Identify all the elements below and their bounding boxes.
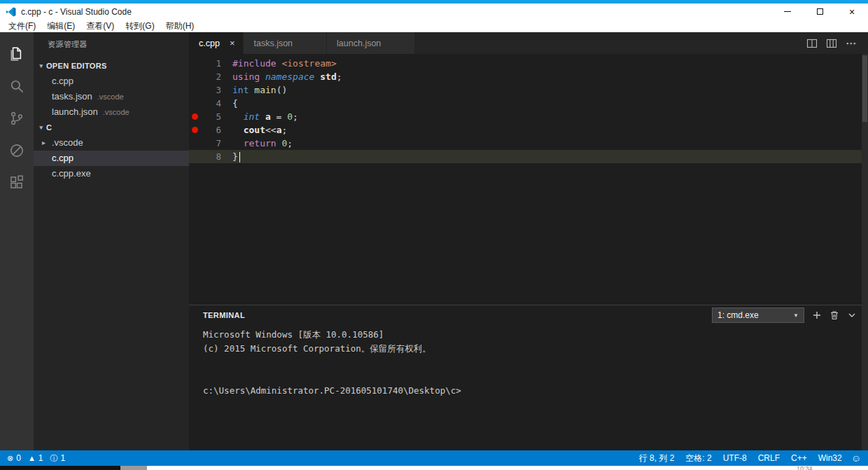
open-editors-list: c.cpptasks.json.vscodelaunch.json.vscode [34,74,189,120]
selected-shell: 1: cmd.exe [718,310,759,320]
terminal-output[interactable]: Microsoft Windows [版本 10.0.10586](c) 201… [189,324,868,398]
feedback-smiley-icon[interactable]: ☺ [848,452,861,464]
breakpoint-gutter[interactable] [189,110,200,123]
problems-indicators: ⊗0▲1ⓘ1 [0,453,65,464]
tab-tasks-json[interactable]: tasks.json [244,32,327,54]
errors-indicator[interactable]: ⊗0 [7,453,21,463]
status-right-items: 行 8, 列 2空格: 2UTF-8CRLFC++Win32☺ [634,452,868,464]
open-editor-item[interactable]: launch.json.vscode [34,104,189,120]
breakpoint-gutter[interactable] [189,150,200,163]
folder-suffix: .vscode [97,92,124,101]
split-editor-icon[interactable] [806,38,818,49]
new-terminal-icon[interactable] [812,310,822,320]
text-cursor [239,152,241,163]
breakpoint-gutter[interactable] [189,137,200,150]
code-line: 5 int a = 0; [189,110,868,123]
more-actions-icon[interactable]: ⋯ [846,37,857,50]
breakpoint-gutter[interactable] [189,57,200,70]
debug-icon[interactable] [0,134,34,167]
hide-panel-icon[interactable] [847,310,857,320]
code-line: 8} [189,150,868,163]
code-line: 6 cout<<a; [189,123,868,137]
terminal-line: (c) 2015 Microsoft Corporation。保留所有权利。 [203,342,868,356]
terminal-tab[interactable]: TERMINAL [203,311,245,319]
code-token: return [244,138,276,148]
close-tab-icon[interactable]: × [230,38,235,48]
language-mode[interactable]: C++ [785,453,813,463]
code-editor[interactable]: 1#include <iostream>2using namespace std… [189,54,868,305]
code-token: { [232,98,238,109]
status-bar: ⊗0▲1ⓘ1 行 8, 列 2空格: 2UTF-8CRLFC++Win32☺ [0,450,868,466]
code-token [232,138,244,148]
taskbar-clock: 10:34 [797,466,813,470]
activity-bar [0,32,34,450]
code-text: int a = 0; [221,110,298,123]
infos-indicator[interactable]: ⓘ1 [50,453,65,464]
code-text: #include <iostream> [221,57,337,70]
tab-launch-json[interactable]: launch.json [327,32,415,54]
folder-tree: ▸.vscodec.cppc.cpp.exe [34,135,189,181]
code-token: std [320,71,336,82]
menu-view[interactable]: 查看(V) [80,20,120,32]
line-number: 6 [200,123,221,137]
code-line: 4{ [189,97,868,110]
close-button[interactable]: × [836,4,868,20]
tree-item-file[interactable]: c.cpp.exe [34,166,189,181]
breakpoint-icon[interactable] [192,127,198,133]
terminal-line: c:\Users\Administrator.PC-201605101740\D… [203,384,868,398]
breakpoint-gutter[interactable] [189,123,200,137]
breakpoint-icon[interactable] [192,113,198,120]
scrollbar-thumb[interactable] [862,55,867,122]
menu-goto[interactable]: 转到(G) [120,20,160,32]
tab-label: launch.json [337,39,381,48]
menu-bar: 文件(F)编辑(E)查看(V)转到(G)帮助(H) [0,20,868,32]
code-token: = [271,111,287,122]
breakpoint-gutter[interactable] [189,70,200,83]
panel-actions: 1: cmd.exe ▼ [712,307,857,323]
toggle-layout-icon[interactable] [826,38,837,49]
taskbar-button-fragment [120,466,147,470]
minimize-icon [784,11,791,12]
maximize-button[interactable] [804,4,836,20]
menu-file[interactable]: 文件(F) [3,20,41,32]
tree-item-file[interactable]: c.cpp [34,151,189,166]
tab-c-cpp[interactable]: c.cpp× [189,32,244,54]
eol[interactable]: CRLF [752,453,785,463]
open-editors-section-header[interactable]: ▾ OPEN EDITORS [34,58,189,74]
open-editor-item[interactable]: tasks.json.vscode [34,89,189,104]
tree-item-folder[interactable]: ▸.vscode [34,135,189,151]
code-token: a [265,111,271,122]
window-controls: × [771,4,868,20]
kill-terminal-icon[interactable] [830,310,839,320]
close-icon: × [849,7,855,17]
terminal-line [203,370,868,384]
errors-count: 0 [16,453,21,463]
errors-icon: ⊗ [7,454,13,463]
menu-help[interactable]: 帮助(H) [160,20,200,32]
open-editor-item[interactable]: c.cpp [34,74,189,89]
editor-scrollbar[interactable] [862,54,868,450]
encoding[interactable]: UTF-8 [718,453,752,463]
search-icon[interactable] [0,70,34,102]
code-line: 2using namespace std; [189,70,868,83]
indentation[interactable]: 空格: 2 [680,452,717,464]
code-token: cout [244,125,265,135]
code-text: using namespace std; [221,70,342,83]
warnings-icon: ▲ [28,454,36,462]
breakpoint-gutter[interactable] [189,97,200,110]
cursor-position[interactable]: 行 8, 列 2 [634,452,680,464]
code-line: 3int main() [189,83,868,97]
warnings-count: 1 [38,453,43,463]
explorer-icon[interactable] [0,38,34,70]
code-token: ; [287,138,293,148]
terminal-shell-select[interactable]: 1: cmd.exe ▼ [712,307,804,323]
platform[interactable]: Win32 [813,453,848,463]
source-control-icon[interactable] [0,102,34,134]
extensions-icon[interactable] [0,167,34,199]
chevron-right-icon: ▸ [42,135,46,151]
folder-section-header[interactable]: ▾ C [34,120,189,135]
warnings-indicator[interactable]: ▲1 [28,453,43,463]
breakpoint-gutter[interactable] [189,83,200,97]
menu-edit[interactable]: 编辑(E) [41,20,80,32]
minimize-button[interactable] [771,4,804,20]
